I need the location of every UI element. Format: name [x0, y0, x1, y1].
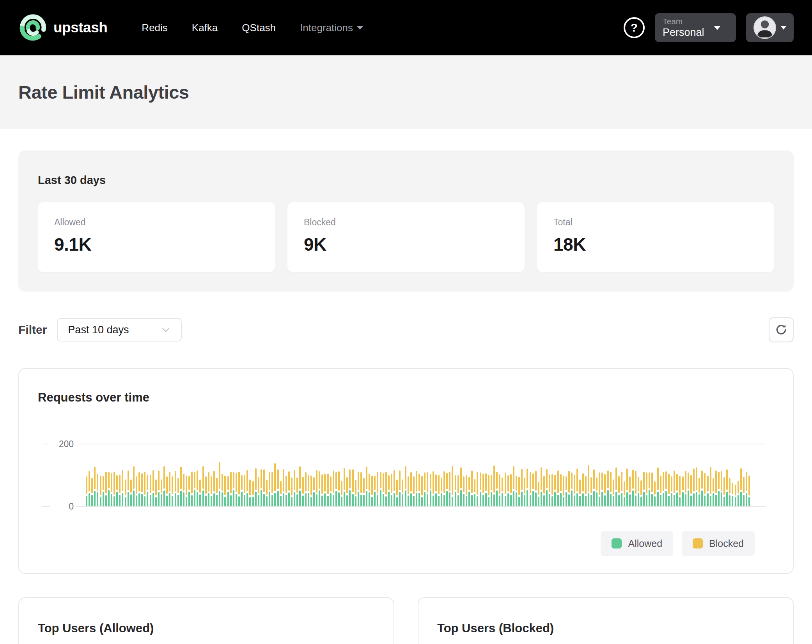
bar [241, 475, 243, 506]
bar [313, 477, 315, 506]
bar [576, 469, 578, 506]
brand-name: upstash [53, 19, 107, 36]
bar [518, 477, 520, 506]
bar [690, 475, 692, 506]
bar [205, 476, 207, 506]
bar [482, 474, 484, 506]
bar [613, 479, 614, 506]
bar [413, 476, 415, 506]
page-title: Rate Limit Analytics [18, 81, 189, 103]
chevron-down-icon [714, 26, 721, 30]
bar [274, 463, 276, 506]
bar [166, 476, 168, 506]
bar [175, 471, 176, 506]
nav-item-kafka[interactable]: Kafka [192, 22, 218, 34]
bar-series [86, 462, 750, 506]
legend-item-allowed[interactable]: Allowed [601, 531, 673, 556]
filter-row: Filter Past 10 days [18, 317, 794, 342]
bar [261, 469, 262, 506]
summary-title: Last 30 days [38, 174, 774, 187]
bar [352, 469, 354, 506]
bar [568, 471, 570, 506]
integrations-label: Integrations [300, 22, 353, 34]
upstash-logo[interactable]: upstash [18, 12, 107, 43]
bar [638, 477, 639, 506]
bar [538, 482, 539, 506]
bar [657, 467, 659, 506]
bar [433, 471, 434, 506]
bar [91, 478, 93, 506]
bar [507, 475, 509, 506]
bar [327, 474, 329, 506]
stat-value: 9.1K [54, 234, 259, 255]
bar [593, 469, 595, 506]
bar [485, 473, 487, 506]
nav-item-integrations[interactable]: Integrations [300, 22, 363, 34]
bar [338, 471, 340, 506]
bar [441, 478, 442, 506]
bar [349, 469, 351, 506]
bar [729, 478, 730, 506]
help-icon[interactable]: ? [624, 17, 645, 38]
bar [299, 466, 301, 506]
nav-item-redis[interactable]: Redis [142, 22, 167, 34]
bar [263, 469, 265, 506]
chart-legend: Allowed Blocked [38, 531, 755, 556]
bar [701, 471, 703, 506]
bar [369, 474, 370, 506]
bar [530, 472, 531, 506]
bar [355, 480, 356, 506]
upstash-logo-icon [18, 12, 47, 43]
bar [113, 472, 115, 506]
bar [574, 475, 575, 506]
bar [161, 479, 162, 506]
bar [180, 467, 182, 506]
nav-item-qstash[interactable]: QStash [242, 22, 276, 34]
account-menu[interactable] [746, 13, 794, 42]
bar [721, 471, 722, 506]
bar [252, 481, 254, 506]
refresh-icon [775, 323, 788, 336]
bar [410, 472, 412, 506]
bar [396, 479, 398, 506]
bar [604, 474, 606, 506]
bar [383, 473, 384, 506]
top-nav: upstash Redis Kafka QStash Integrations … [0, 0, 812, 55]
bar [640, 480, 642, 506]
bar [693, 469, 695, 506]
bar [186, 476, 187, 506]
bar [549, 474, 550, 506]
refresh-button[interactable] [769, 317, 794, 342]
bar [405, 466, 406, 506]
bar [546, 469, 548, 506]
bar [571, 472, 573, 506]
nav-right-cluster: ? Team Personal [624, 13, 794, 42]
bar [89, 471, 90, 506]
bar [607, 471, 609, 506]
y-axis-tick-200: 200 [50, 438, 76, 450]
bar [543, 476, 545, 506]
bar [621, 472, 622, 506]
legend-label: Blocked [709, 538, 744, 549]
bar [188, 476, 190, 506]
bar [305, 472, 307, 506]
stat-label: Total [553, 217, 758, 228]
bar [471, 471, 473, 506]
bar [105, 472, 107, 506]
bar [219, 462, 220, 506]
bar [358, 472, 359, 506]
bar [513, 466, 514, 506]
team-selector[interactable]: Team Personal [655, 13, 736, 42]
bar [704, 473, 706, 506]
date-range-select[interactable]: Past 10 days [57, 318, 182, 341]
bar [457, 475, 459, 506]
bar [521, 469, 523, 506]
bar [321, 474, 323, 506]
bar [416, 471, 417, 506]
chart-title: Requests over time [38, 391, 774, 405]
legend-item-blocked[interactable]: Blocked [682, 531, 755, 556]
bar [554, 475, 556, 506]
allowed-swatch-icon [612, 538, 622, 548]
bar [446, 473, 448, 506]
bar [452, 466, 453, 506]
